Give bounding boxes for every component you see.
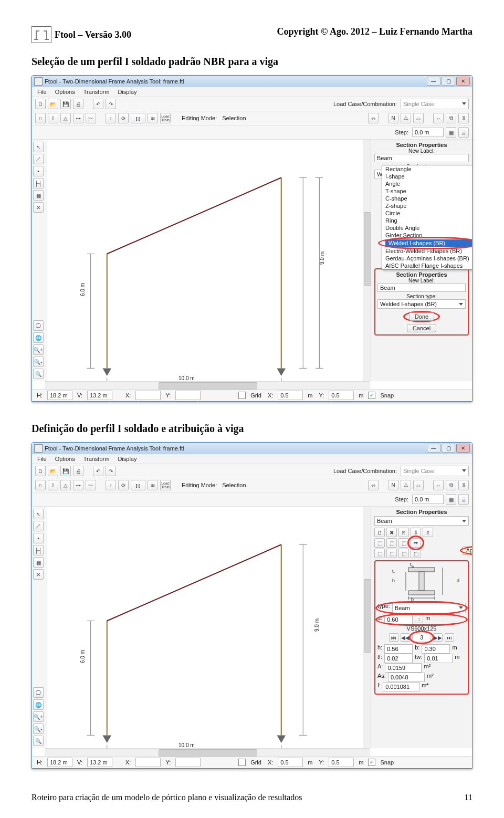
diagram-q-icon[interactable]: ⧊ — [401, 113, 411, 123]
panel-btn-copy[interactable]: ⎘ — [398, 528, 409, 537]
node-icon[interactable]: • — [33, 533, 44, 543]
snap-checkbox[interactable]: ✓ — [368, 759, 375, 766]
supports-icon[interactable]: △ — [60, 480, 71, 490]
maximize-button[interactable]: ▢ — [442, 77, 455, 86]
menu-display[interactable]: Display — [117, 88, 138, 96]
maximize-button[interactable]: ▢ — [442, 444, 455, 453]
menu-options[interactable]: Options — [54, 455, 76, 463]
select-icon[interactable]: ↖ — [33, 142, 44, 152]
X-value[interactable] — [135, 758, 161, 767]
sections-icon[interactable]: I — [48, 480, 58, 490]
panel-btn-export[interactable]: ⇪ — [423, 528, 433, 537]
dropdown-item[interactable]: Electro-Welded I-shapes (BR) — [382, 247, 472, 255]
dropdown-item[interactable]: Double Angle — [382, 224, 472, 232]
snap-checkbox[interactable]: ✓ — [368, 392, 375, 399]
dropdown-item[interactable]: Rectangle — [382, 165, 472, 173]
dropdown-item[interactable]: Angle — [382, 180, 472, 187]
vertical-scrollbar[interactable] — [363, 507, 371, 748]
grid-icon[interactable]: ▦ — [33, 557, 44, 568]
select-icon[interactable]: ↖ — [33, 509, 44, 519]
menu-transform[interactable]: Transform — [82, 88, 111, 96]
materials-icon[interactable]: ⎍ — [35, 113, 46, 123]
menu-file[interactable]: File — [36, 455, 48, 463]
vertical-scrollbar[interactable] — [363, 140, 371, 381]
supports-icon[interactable]: △ — [60, 113, 71, 123]
Y-value[interactable] — [175, 758, 201, 767]
panel-btn-b3[interactable]: ⬚ — [398, 549, 409, 558]
nav-first-icon[interactable]: ⏮ — [389, 633, 398, 642]
loadtrain-icon[interactable]: LoadTrain — [160, 480, 171, 490]
d-input[interactable]: 0.60 — [384, 615, 413, 624]
new-icon[interactable]: 🗋 — [35, 99, 46, 109]
nav-last-icon[interactable]: ⏭ — [445, 633, 454, 642]
temp-icon[interactable]: ≋ — [148, 113, 158, 123]
menu-options[interactable]: Options — [54, 88, 76, 96]
slider-icon[interactable]: ⇔ — [368, 480, 379, 490]
d-stepper-icon[interactable]: ↕ — [415, 615, 423, 623]
dropdown-item[interactable]: Gerdau-Açominas I-shapes (BR) — [382, 255, 472, 262]
zoom-out-icon[interactable]: 🔍- — [33, 723, 44, 734]
envelope-icon[interactable]: ⧉ — [446, 480, 456, 490]
H-value[interactable]: 18.2 m — [47, 391, 72, 400]
step-grid-icon[interactable]: ▦ — [446, 494, 456, 505]
gridx-value[interactable]: 0.5 — [278, 391, 303, 400]
dimension-icon[interactable]: ├┤ — [33, 545, 44, 555]
panel-btn-b1[interactable]: ⬚ — [374, 549, 385, 558]
panel-btn-b4[interactable]: ⬚ — [411, 549, 421, 558]
nav-prev-icon[interactable]: ◀◀ — [401, 633, 410, 642]
save-icon[interactable]: 💾 — [60, 466, 71, 476]
section-type-dropdown-list[interactable]: Rectangle I-shape Angle T-shape C-shape … — [382, 165, 472, 270]
diagram-n-icon[interactable]: N — [388, 480, 398, 490]
print-icon[interactable]: 🖨 — [73, 99, 83, 109]
zoom-in-icon[interactable]: 🔍+ — [33, 711, 44, 722]
V-value[interactable]: 13.2 m — [87, 391, 112, 400]
horizontal-scrollbar[interactable] — [45, 748, 370, 756]
done-button[interactable]: Done — [409, 312, 434, 321]
world-icon[interactable]: 🌐 — [33, 332, 44, 343]
zoom-in-icon[interactable]: 🔍+ — [33, 344, 44, 355]
slider-icon[interactable]: ⇔ — [368, 113, 379, 123]
panel-btn-a2[interactable]: ⬚ — [386, 538, 397, 548]
step-grid-icon[interactable]: ▦ — [446, 127, 456, 138]
grid-icon[interactable]: ▦ — [33, 190, 44, 201]
temp-icon[interactable]: ≋ — [148, 480, 158, 490]
undo-icon[interactable]: ↶ — [93, 99, 103, 109]
sections-icon[interactable]: I — [48, 113, 58, 123]
dropdown-item[interactable]: I-shape — [382, 173, 472, 180]
cancel-button[interactable]: Cancel — [407, 324, 436, 332]
spring-icon[interactable]: 〰 — [86, 480, 96, 490]
gridx-value[interactable]: 0.5 — [278, 758, 303, 767]
load-case-combobox[interactable]: Single Case — [401, 99, 469, 109]
line-icon[interactable]: ／ — [33, 521, 44, 531]
dropdown-item[interactable]: Z-shape — [382, 202, 472, 209]
diagram-n-icon[interactable]: N — [388, 113, 398, 123]
redo-icon[interactable]: ↷ — [106, 466, 116, 476]
X-value[interactable] — [135, 391, 161, 400]
diagram-m-icon[interactable]: ⌓ — [413, 113, 424, 123]
open-icon[interactable]: 📂 — [48, 99, 58, 109]
panel-btn-new[interactable]: 🗋 — [374, 528, 385, 537]
load-case-combobox[interactable]: Single Case — [401, 466, 469, 476]
time-icon[interactable]: ⧖ — [458, 480, 469, 490]
minimize-button[interactable]: — — [427, 77, 440, 86]
new-label-input-2[interactable]: Beam — [377, 284, 466, 292]
section-type-combobox-2[interactable]: Welded I-shapes (BR) — [377, 299, 466, 309]
print-icon[interactable]: 🖨 — [73, 466, 83, 476]
dropdown-item[interactable]: AISC Parallel Flange I-shapes — [382, 262, 472, 269]
node-icon[interactable]: • — [33, 166, 44, 176]
materials-icon[interactable]: ⎍ — [35, 480, 46, 490]
open-icon[interactable]: 📂 — [48, 466, 58, 476]
save-icon[interactable]: 💾 — [60, 99, 71, 109]
monitor-icon[interactable]: 🖵 — [33, 687, 44, 698]
zoom-fit-icon[interactable]: 🔍 — [33, 369, 44, 379]
close-button[interactable]: ✕ — [456, 77, 470, 86]
dropdown-item[interactable]: C-shape — [382, 195, 472, 202]
influence-icon[interactable]: ↔ — [433, 480, 444, 490]
profile-index-input[interactable]: 3 — [412, 633, 431, 642]
dropdown-item[interactable]: Ring — [382, 217, 472, 224]
grid-checkbox[interactable] — [238, 392, 246, 399]
moment-icon[interactable]: ⟳ — [118, 480, 129, 490]
horizontal-scrollbar[interactable] — [45, 381, 370, 389]
menu-display[interactable]: Display — [117, 455, 138, 463]
H-value[interactable]: 18.2 m — [47, 758, 72, 767]
